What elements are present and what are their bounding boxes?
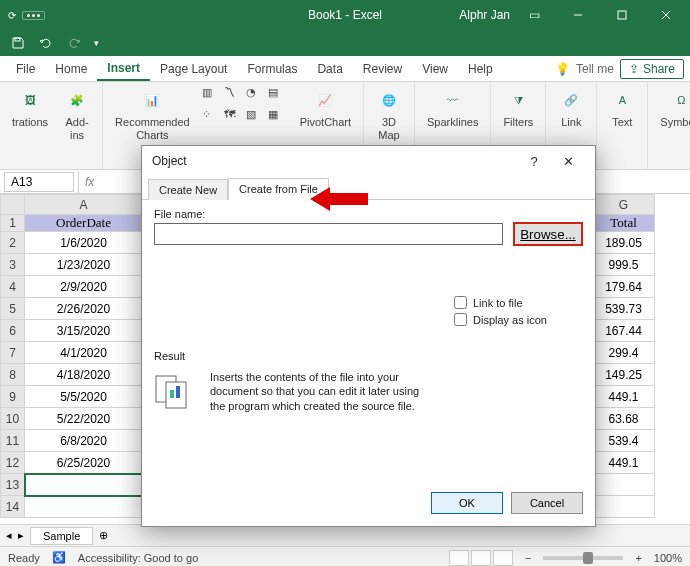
- help-button[interactable]: ?: [517, 154, 551, 169]
- pivotchart-button[interactable]: 📈PivotChart: [296, 86, 355, 131]
- sheet-nav-next[interactable]: ▸: [18, 529, 24, 542]
- line-chart-icon[interactable]: 〽: [224, 86, 244, 106]
- addins-button[interactable]: 🧩Add- ins: [60, 86, 94, 144]
- result-text: Inserts the contents of the file into yo…: [210, 370, 420, 413]
- menu-dots[interactable]: [22, 11, 45, 20]
- col-header-a[interactable]: A: [25, 195, 143, 215]
- sparklines-button[interactable]: 〰Sparklines: [423, 86, 482, 131]
- col-header-g[interactable]: G: [593, 195, 655, 215]
- table-cell[interactable]: 539.4: [593, 430, 655, 452]
- cancel-button[interactable]: Cancel: [511, 492, 583, 514]
- active-cell[interactable]: [25, 474, 143, 496]
- tab-create-new[interactable]: Create New: [148, 179, 228, 200]
- table-cell[interactable]: 449.1: [593, 452, 655, 474]
- file-name-input[interactable]: [154, 223, 503, 245]
- undo-icon[interactable]: [38, 35, 54, 51]
- table-cell[interactable]: 449.1: [593, 386, 655, 408]
- svg-rect-1: [618, 11, 626, 19]
- new-sheet-button[interactable]: ⊕: [99, 529, 108, 542]
- header-cell-total[interactable]: Total: [593, 215, 655, 232]
- sparkline-icon: 〰: [440, 88, 466, 114]
- combo-chart-icon[interactable]: ▦: [268, 108, 288, 128]
- link-button[interactable]: 🔗Link: [554, 86, 588, 131]
- tab-review[interactable]: Review: [353, 56, 412, 81]
- sheet-nav-prev[interactable]: ◂: [6, 529, 12, 542]
- table-cell[interactable]: 4/1/2020: [25, 342, 143, 364]
- 3d-map-button[interactable]: 🌐3D Map: [372, 86, 406, 144]
- stock-chart-icon[interactable]: ▧: [246, 108, 266, 128]
- bar-chart-icon[interactable]: ▥: [202, 86, 222, 106]
- hierarchy-chart-icon[interactable]: ▤: [268, 86, 288, 106]
- table-cell[interactable]: 5/22/2020: [25, 408, 143, 430]
- qat-dropdown-icon[interactable]: ▾: [94, 38, 99, 48]
- tab-view[interactable]: View: [412, 56, 458, 81]
- tell-me[interactable]: Tell me: [576, 62, 614, 76]
- globe-icon: 🌐: [376, 88, 402, 114]
- minimize-button[interactable]: [558, 0, 598, 30]
- ok-button[interactable]: OK: [431, 492, 503, 514]
- map-chart-icon[interactable]: 🗺: [224, 108, 244, 128]
- symbols-button[interactable]: ΩSymbols: [656, 86, 690, 131]
- display-as-icon-checkbox[interactable]: [454, 313, 467, 326]
- recommended-charts-button[interactable]: 📊Recommended Charts: [111, 86, 194, 144]
- save-icon[interactable]: [10, 35, 26, 51]
- fx-icon: fx: [85, 175, 94, 189]
- zoom-level[interactable]: 100%: [654, 552, 682, 564]
- tab-data[interactable]: Data: [307, 56, 352, 81]
- tab-file[interactable]: File: [6, 56, 45, 81]
- page-layout-view-button[interactable]: [471, 550, 491, 566]
- link-to-file-label: Link to file: [473, 297, 523, 309]
- tab-help[interactable]: Help: [458, 56, 503, 81]
- autosave-icon: ⟳: [8, 10, 16, 21]
- table-cell[interactable]: 2/9/2020: [25, 276, 143, 298]
- display-as-icon-label: Display as icon: [473, 314, 547, 326]
- tab-home[interactable]: Home: [45, 56, 97, 81]
- zoom-out-button[interactable]: −: [525, 552, 531, 564]
- tab-insert[interactable]: Insert: [97, 56, 150, 81]
- tab-page-layout[interactable]: Page Layout: [150, 56, 237, 81]
- sheet-tab[interactable]: Sample: [30, 527, 93, 545]
- table-cell[interactable]: 63.68: [593, 408, 655, 430]
- close-button[interactable]: [646, 0, 686, 30]
- addins-icon: 🧩: [64, 88, 90, 114]
- table-cell[interactable]: 539.73: [593, 298, 655, 320]
- zoom-slider[interactable]: [543, 556, 623, 560]
- table-cell[interactable]: 5/5/2020: [25, 386, 143, 408]
- filters-button[interactable]: ⧩Filters: [499, 86, 537, 131]
- table-cell[interactable]: 2/26/2020: [25, 298, 143, 320]
- redo-icon[interactable]: [66, 35, 82, 51]
- table-cell[interactable]: 4/18/2020: [25, 364, 143, 386]
- dialog-title: Object: [152, 154, 187, 168]
- table-cell[interactable]: 3/15/2020: [25, 320, 143, 342]
- table-cell[interactable]: 167.44: [593, 320, 655, 342]
- dialog-close-button[interactable]: ✕: [551, 154, 585, 169]
- filter-icon: ⧩: [505, 88, 531, 114]
- browse-button[interactable]: Browse...: [513, 222, 583, 246]
- table-cell[interactable]: 999.5: [593, 254, 655, 276]
- pie-chart-icon[interactable]: ◔: [246, 86, 266, 106]
- tab-create-from-file[interactable]: Create from File: [228, 178, 329, 200]
- table-cell[interactable]: 6/25/2020: [25, 452, 143, 474]
- normal-view-button[interactable]: [449, 550, 469, 566]
- table-cell[interactable]: 179.64: [593, 276, 655, 298]
- maximize-button[interactable]: [602, 0, 642, 30]
- ribbon-display-icon[interactable]: ▭: [514, 0, 554, 30]
- page-break-view-button[interactable]: [493, 550, 513, 566]
- zoom-in-button[interactable]: +: [635, 552, 641, 564]
- svg-rect-8: [176, 386, 180, 398]
- table-cell[interactable]: 189.05: [593, 232, 655, 254]
- name-box[interactable]: A13: [4, 172, 74, 192]
- table-cell[interactable]: 149.25: [593, 364, 655, 386]
- tab-formulas[interactable]: Formulas: [237, 56, 307, 81]
- link-to-file-checkbox[interactable]: [454, 296, 467, 309]
- scatter-chart-icon[interactable]: ⁘: [202, 108, 222, 128]
- illustrations-button[interactable]: 🖼trations: [8, 86, 52, 131]
- share-button[interactable]: ⇪Share: [620, 59, 684, 79]
- text-button[interactable]: AText: [605, 86, 639, 131]
- header-cell-orderdate[interactable]: OrderDate: [25, 215, 143, 232]
- table-cell[interactable]: 299.4: [593, 342, 655, 364]
- chart-type-grid[interactable]: ▥ 〽 ◔ ▤ ⁘ 🗺 ▧ ▦: [202, 86, 288, 128]
- table-cell[interactable]: 1/6/2020: [25, 232, 143, 254]
- table-cell[interactable]: 1/23/2020: [25, 254, 143, 276]
- table-cell[interactable]: 6/8/2020: [25, 430, 143, 452]
